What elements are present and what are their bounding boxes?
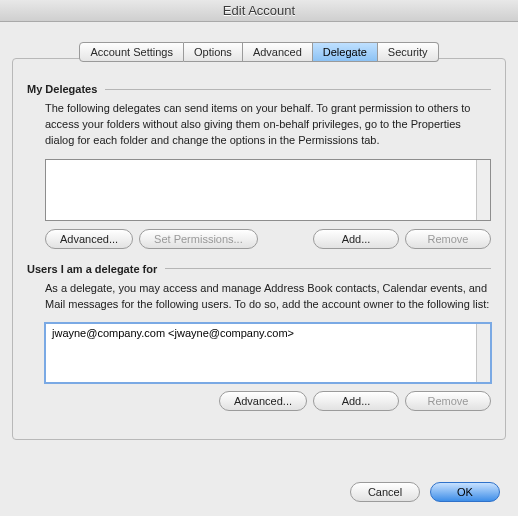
my-delegates-heading: My Delegates: [27, 83, 97, 95]
delegates-remove-button: Remove: [405, 229, 491, 249]
divider: [165, 268, 491, 269]
users-remove-button: Remove: [405, 391, 491, 411]
tab-security[interactable]: Security: [378, 42, 439, 62]
delegates-advanced-button[interactable]: Advanced...: [45, 229, 133, 249]
tab-advanced[interactable]: Advanced: [243, 42, 313, 62]
window-title: Edit Account: [0, 0, 518, 22]
delegate-panel: My Delegates The following delegates can…: [12, 58, 506, 440]
delegates-add-button[interactable]: Add...: [313, 229, 399, 249]
users-delegate-desc: As a delegate, you may access and manage…: [45, 281, 491, 313]
my-delegates-list[interactable]: [45, 159, 491, 221]
ok-button[interactable]: OK: [430, 482, 500, 502]
cancel-button[interactable]: Cancel: [350, 482, 420, 502]
users-delegate-heading: Users I am a delegate for: [27, 263, 157, 275]
tab-bar: Account Settings Options Advanced Delega…: [12, 42, 506, 62]
users-advanced-button[interactable]: Advanced...: [219, 391, 307, 411]
scrollbar[interactable]: [476, 160, 490, 220]
scrollbar[interactable]: [476, 324, 490, 382]
list-item[interactable]: jwayne@company.com <jwayne@company.com>: [46, 324, 490, 342]
divider: [105, 89, 491, 90]
users-delegate-list[interactable]: jwayne@company.com <jwayne@company.com>: [45, 323, 491, 383]
tab-account-settings[interactable]: Account Settings: [79, 42, 184, 62]
set-permissions-button: Set Permissions...: [139, 229, 258, 249]
users-add-button[interactable]: Add...: [313, 391, 399, 411]
tab-delegate[interactable]: Delegate: [313, 42, 378, 62]
my-delegates-desc: The following delegates can send items o…: [45, 101, 491, 149]
tab-options[interactable]: Options: [184, 42, 243, 62]
